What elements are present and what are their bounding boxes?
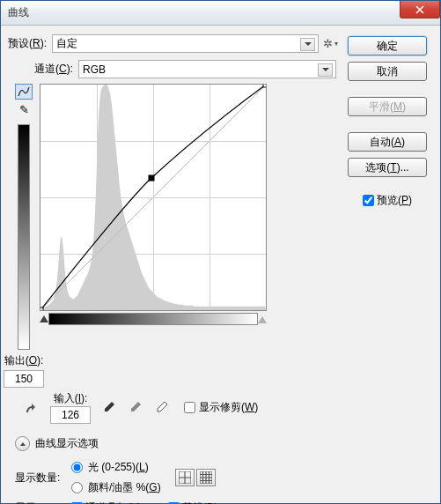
output-input[interactable] [4,370,44,388]
tool-column: ✎ 输出(O): [13,84,34,388]
curve-graph[interactable] [40,84,267,311]
show-label: 显示: [15,500,66,504]
channel-value: RGB [83,63,106,76]
options-button[interactable]: 选项(T)... [348,158,427,177]
black-point-handle[interactable] [40,315,48,322]
eyedropper-white-icon [155,401,168,414]
preset-row: 预设(R): 自定 ✲▾ [8,34,336,53]
input-label-block: 输入(I): [50,391,91,424]
amount-row: 显示数量: 光 (0-255)(L) 颜料/油墨 %(G) [15,460,336,495]
left-panel: 预设(R): 自定 ✲▾ 通道(C): RGB [8,34,343,494]
show-row: 显示: 通道叠加(V) 基线(B) 直方图(H) 交叉线(N) [15,500,336,504]
pencil-tool-button[interactable]: ✎ [15,101,33,117]
dialog-body: 预设(R): 自定 ✲▾ 通道(C): RGB [1,26,440,503]
preset-value: 自定 [56,36,77,51]
titlebar[interactable]: 曲线 [1,1,440,26]
baseline-checkbox[interactable]: 基线(B) [168,500,217,504]
on-image-adjust-button[interactable] [24,399,41,417]
output-label: 输出(O): [4,353,44,368]
white-point-handle[interactable] [258,315,267,323]
gray-eyedropper[interactable] [126,399,143,417]
section-label: 曲线显示选项 [35,436,99,451]
output-gradient[interactable] [18,124,30,350]
grid-fine-button[interactable] [196,469,216,486]
grid-4-icon [179,471,191,484]
show-clipping-checkbox[interactable]: 显示修剪(W) [184,400,258,415]
output-block: 输出(O): [4,353,44,388]
input-row: 输入(I): 显示修剪(W) [68,391,336,424]
input-input[interactable] [50,406,91,424]
preset-dropdown[interactable]: 自定 [52,34,319,53]
point-tool-button[interactable] [15,84,33,100]
preset-menu-button[interactable]: ✲▾ [324,38,336,50]
preview-checkbox[interactable]: 预览(P) [363,193,412,208]
eyedropper-black-icon [102,401,115,414]
show-clipping-input[interactable] [184,402,195,413]
curves-dialog: 曲线 预设(R): 自定 ✲▾ 通道(C): RGB [0,0,441,504]
hand-adjust-icon [25,401,40,415]
right-panel: 确定 取消 平滑(M) 自动(A) 选项(T)... 预览(P) [343,34,431,494]
smooth-button[interactable]: 平滑(M) [348,97,427,116]
svg-rect-3 [263,85,266,87]
svg-rect-1 [40,308,43,310]
graph-column [40,84,267,388]
input-gradient[interactable] [48,313,258,325]
grid-size-buttons [175,469,216,486]
channel-row: 通道(C): RGB [34,60,336,78]
curve-point-icon [18,86,30,97]
svg-line-0 [40,85,266,310]
white-eyedropper[interactable] [152,399,170,417]
eyedropper-gray-icon [129,401,142,414]
amount-light-radio[interactable]: 光 (0-255)(L) [71,460,161,475]
ok-button[interactable]: 确定 [348,36,427,56]
chevron-down-icon [305,42,312,46]
grid-coarse-button[interactable] [175,469,195,486]
menu-arrow-icon: ▾ [334,40,338,48]
show-clipping-label: 显示修剪(W) [199,400,258,415]
amount-pigment-radio[interactable]: 颜料/油墨 %(G) [71,480,161,495]
section-toggle[interactable]: 曲线显示选项 [15,436,336,451]
preset-label: 预设(R): [8,36,47,51]
show-checkbox-grid: 通道叠加(V) 基线(B) 直方图(H) 交叉线(N) [71,500,218,504]
channel-dropdown[interactable]: RGB [78,60,336,78]
black-eyedropper[interactable] [99,399,117,417]
auto-button[interactable]: 自动(A) [348,132,427,152]
amount-label: 显示数量: [15,471,66,485]
chevron-down-icon [322,68,329,71]
close-button[interactable] [400,1,440,19]
overlay-checkbox[interactable]: 通道叠加(V) [71,500,142,504]
window-title: 曲线 [8,5,29,20]
cancel-button[interactable]: 取消 [348,62,427,81]
curve-svg [40,85,266,310]
grid-16-icon [200,471,212,484]
collapse-icon[interactable] [15,436,30,451]
input-gradient-row [40,313,267,325]
svg-rect-2 [149,175,154,181]
input-label: 输入(I): [50,391,91,406]
curve-area: ✎ 输出(O): [13,84,336,388]
channel-label: 通道(C): [34,62,73,77]
close-icon [415,5,424,14]
display-options: 显示数量: 光 (0-255)(L) 颜料/油墨 %(G) 显示: 通道叠加(V [15,460,336,504]
amount-radio-group: 光 (0-255)(L) 颜料/油墨 %(G) [71,460,161,495]
